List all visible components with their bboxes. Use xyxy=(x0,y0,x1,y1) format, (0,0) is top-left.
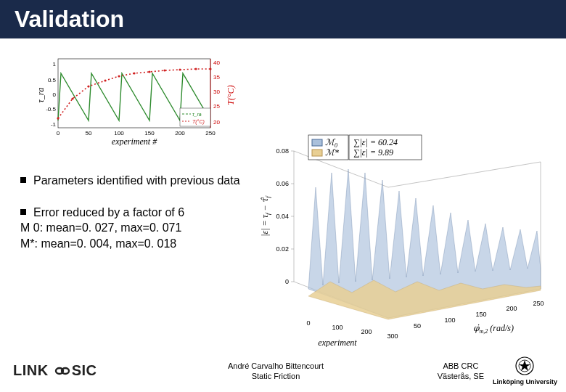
footer-left: LINK SIC xyxy=(0,362,152,380)
svg-text:35: 35 xyxy=(213,74,220,81)
bullet-list: Parameters identified with previous data… xyxy=(20,173,245,267)
svg-text:0.08: 0.08 xyxy=(276,147,289,155)
yaxis3d-label: φ̇m,2 (rad/s) xyxy=(473,323,514,335)
svg-text:50: 50 xyxy=(86,130,92,136)
svg-text:200: 200 xyxy=(506,305,517,312)
svg-text:100: 100 xyxy=(114,130,124,136)
linksic-logo: LINK SIC xyxy=(13,362,97,378)
svg-text:200: 200 xyxy=(175,130,185,136)
svg-text:0.06: 0.06 xyxy=(276,180,289,187)
svg-point-26 xyxy=(179,68,181,70)
svg-point-24 xyxy=(148,70,150,73)
svg-text:100: 100 xyxy=(332,324,343,331)
bullet-1-text: Parameters identified with previous data xyxy=(33,174,240,187)
top-left-chart: 1 0.5 0 -0.5 -1 40 35 30 25 20 0 50 100 … xyxy=(36,52,239,146)
svg-text:300: 300 xyxy=(387,332,398,340)
affiliation-1: ABB CRC xyxy=(438,361,484,371)
svg-text:250: 250 xyxy=(205,130,216,136)
svg-text:0: 0 xyxy=(57,130,60,136)
svg-point-23 xyxy=(133,72,135,74)
bullet-icon xyxy=(20,209,26,215)
svg-text:50: 50 xyxy=(414,322,421,330)
svg-text:τ_ra: τ_ra xyxy=(36,88,46,103)
svg-text:1: 1 xyxy=(53,61,57,68)
svg-text:0.04: 0.04 xyxy=(276,213,289,220)
svg-point-27 xyxy=(194,68,197,70)
presentation-topic: Static Friction xyxy=(152,371,399,381)
svg-point-22 xyxy=(118,75,120,77)
bullet-2-sub1: M 0: mean=0. 027, max=0. 071 xyxy=(20,220,245,236)
page-title: Validation xyxy=(0,0,566,38)
svg-text:30: 30 xyxy=(213,89,220,95)
sum-mstar: ∑|ε| = 9.89 xyxy=(353,147,393,158)
svg-point-25 xyxy=(163,69,165,71)
bullet-2: Error reduced by a factor of 6 M 0: mean… xyxy=(20,205,245,252)
svg-point-18 xyxy=(57,117,59,119)
legend-3d: ℳ0 ℳ* ∑|ε| = 60.24 ∑|ε| = 9.89 xyxy=(308,135,422,160)
bullet-icon xyxy=(20,177,26,183)
svg-text:25: 25 xyxy=(213,103,220,110)
svg-text:0: 0 xyxy=(285,278,289,285)
svg-text:150: 150 xyxy=(144,130,155,136)
svg-text:200: 200 xyxy=(361,328,372,335)
svg-text:0: 0 xyxy=(53,91,57,98)
svg-text:T(°C): T(°C) xyxy=(226,85,236,105)
svg-text:20: 20 xyxy=(213,119,220,126)
author-name: André Carvalho Bittencourt xyxy=(152,361,399,371)
liu-label: Linköping University xyxy=(493,378,557,387)
svg-rect-58 xyxy=(312,139,322,146)
bullet-2-text: Error reduced by a factor of 6 xyxy=(33,206,184,219)
affiliation-2: Västerås, SE xyxy=(438,371,484,381)
svg-point-21 xyxy=(104,79,106,81)
svg-text:T(°C): T(°C) xyxy=(192,119,205,125)
svg-text:40: 40 xyxy=(213,60,220,66)
zaxis3d-label: |ε| = τf − τ̂f xyxy=(260,195,271,237)
xaxis-label: experiment # xyxy=(112,136,157,146)
liu-seal-icon xyxy=(514,356,535,376)
footer-center: André Carvalho Bittencourt Static Fricti… xyxy=(152,361,399,382)
svg-text:τ_ra: τ_ra xyxy=(192,112,202,117)
svg-rect-60 xyxy=(312,150,322,156)
svg-text:100: 100 xyxy=(444,317,455,324)
svg-text:-0.5: -0.5 xyxy=(46,106,56,113)
svg-text:150: 150 xyxy=(475,311,486,318)
svg-point-20 xyxy=(87,85,89,87)
svg-text:250: 250 xyxy=(533,300,544,307)
svg-text:0.5: 0.5 xyxy=(48,77,57,83)
content-area: 1 0.5 0 -0.5 -1 40 35 30 25 20 0 50 100 … xyxy=(0,38,566,358)
svg-point-28 xyxy=(209,68,211,70)
svg-text:0: 0 xyxy=(306,319,310,327)
right-3d-plot: 0.080.06 0.040.02 0 0100 200300 50100 15… xyxy=(250,129,555,347)
chain-icon xyxy=(54,364,70,380)
bullet-2-sub2: M*: mean=0. 004, max=0. 018 xyxy=(20,236,245,252)
svg-text:ℳ*: ℳ* xyxy=(325,147,339,158)
sum-m0: ∑|ε| = 60.24 xyxy=(353,137,398,147)
bullet-1: Parameters identified with previous data xyxy=(20,173,245,189)
footer: LINK SIC André Carvalho Bittencourt Stat… xyxy=(0,350,566,392)
svg-text:-1: -1 xyxy=(51,121,57,128)
svg-text:0.02: 0.02 xyxy=(276,245,289,253)
xaxis3d-label: experiment xyxy=(318,338,357,347)
svg-point-19 xyxy=(71,97,73,99)
footer-right: ABB CRC Västerås, SE Linköping Universit… xyxy=(399,356,566,387)
